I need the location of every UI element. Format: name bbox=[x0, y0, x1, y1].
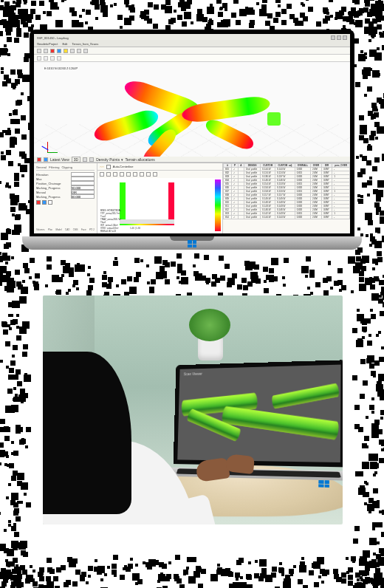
zoom-icon[interactable] bbox=[100, 172, 104, 177]
tab-plan[interactable]: Plan bbox=[48, 228, 52, 231]
data-grid-panel: #PADESIGNCUSTOMCUSTOM_adjOVERALLOVERDIRp… bbox=[223, 163, 350, 233]
tab-face[interactable]: Face bbox=[81, 228, 86, 231]
undo-icon[interactable] bbox=[70, 49, 75, 53]
col-header[interactable]: CUSTOM bbox=[261, 164, 275, 168]
prop-row: Marking_Progress bbox=[36, 194, 95, 199]
col-header[interactable]: OVER bbox=[311, 164, 322, 168]
col-header[interactable]: DIR bbox=[321, 164, 332, 168]
export-icon[interactable] bbox=[83, 49, 88, 53]
plant-leaves-back bbox=[189, 309, 230, 341]
fit-icon[interactable] bbox=[106, 172, 111, 177]
prop-label: Max bbox=[36, 177, 42, 181]
chip-row bbox=[36, 200, 95, 205]
col-header[interactable]: perc_OVER bbox=[332, 164, 350, 168]
redo-icon[interactable] bbox=[77, 49, 81, 53]
toolbar-secondary: Latest View 3D Density Points ▾ Terrain … bbox=[34, 157, 350, 163]
person bbox=[43, 352, 191, 524]
circle-icon[interactable] bbox=[120, 172, 124, 177]
props-tabs: General Filtering Clipping bbox=[36, 165, 95, 171]
col-header[interactable]: CUSTOM_adj bbox=[275, 164, 295, 168]
marker-icon[interactable] bbox=[44, 157, 48, 162]
view3d-icon[interactable] bbox=[57, 49, 61, 53]
data-grid[interactable]: #PADESIGNCUSTOMCUSTOM_adjOVERALLOVERDIRp… bbox=[223, 163, 350, 219]
lower-panels: General Filtering Clipping ElevationMaxP… bbox=[34, 163, 350, 233]
chip-red[interactable] bbox=[36, 200, 41, 205]
tunnel-floor bbox=[120, 219, 174, 224]
label-terrain[interactable]: Terrain allocations bbox=[126, 157, 155, 162]
tab-terrain[interactable]: Terrain_from_Scans bbox=[72, 42, 98, 46]
cell: 814 bbox=[224, 216, 232, 219]
prop-label: Elevation bbox=[36, 173, 48, 177]
grid-icon[interactable] bbox=[126, 172, 131, 177]
flag-icon[interactable] bbox=[37, 157, 41, 162]
tab-cms[interactable]: CMS bbox=[73, 228, 78, 231]
fit-icon[interactable] bbox=[57, 56, 61, 61]
windows-logo-icon bbox=[188, 240, 196, 247]
sel4-icon[interactable] bbox=[153, 172, 157, 177]
cell: 3.0M* bbox=[321, 216, 332, 219]
view-dropdown[interactable]: 3D bbox=[72, 157, 80, 163]
viewport-3d[interactable]: E:1010 N:10260 Z:1264P bbox=[34, 62, 350, 157]
laptop1-screen-bezel: SVF_001450 - Leapfrog GeodeticProject Ed… bbox=[30, 30, 354, 238]
col-header[interactable]: OVERALL bbox=[295, 164, 310, 168]
maximize-icon[interactable] bbox=[337, 35, 341, 40]
software-window: SVF_001450 - Leapfrog GeodeticProject Ed… bbox=[34, 34, 350, 233]
auto-centerline-label: Auto-Centerline bbox=[113, 165, 134, 168]
orbit-icon[interactable] bbox=[37, 56, 41, 61]
toolbar-view bbox=[34, 55, 350, 62]
cell: - bbox=[332, 216, 350, 219]
rect-icon[interactable] bbox=[113, 172, 117, 177]
prop-label: Position_Chainage bbox=[36, 182, 61, 185]
coords-readout: E:1010 N:10260 Z:1264P bbox=[44, 66, 78, 70]
record-icon[interactable] bbox=[50, 49, 55, 53]
sel1-icon[interactable] bbox=[133, 172, 137, 177]
toolbar-main bbox=[34, 47, 350, 55]
tab-clipping[interactable]: Clipping bbox=[61, 165, 72, 169]
tab-volumes[interactable]: Volumes bbox=[36, 228, 45, 231]
col-header[interactable]: A bbox=[238, 164, 244, 168]
close-icon[interactable] bbox=[343, 35, 347, 40]
expand-icon[interactable] bbox=[83, 157, 87, 162]
pan-icon[interactable] bbox=[44, 56, 48, 61]
tab-model[interactable]: Model bbox=[55, 228, 61, 231]
prop-label: Marking_Progress bbox=[36, 195, 60, 199]
app-title: SVF_001450 - Leapfrog bbox=[37, 36, 69, 40]
tunnel-head: ∩∩ Auto-Centerline bbox=[97, 163, 222, 171]
windows-logo-icon bbox=[318, 480, 329, 488]
laptop2-screen: Scan Viewer bbox=[174, 360, 343, 467]
sel2-icon[interactable] bbox=[140, 172, 144, 177]
prop-label: Manual bbox=[36, 191, 46, 194]
status-bottom-tabs: Volumes Plan Model CAD CMS Face PO 2 bbox=[36, 228, 95, 231]
sel3-icon[interactable] bbox=[146, 172, 151, 177]
minimize-icon[interactable] bbox=[331, 35, 335, 40]
tab-edit[interactable]: Edit bbox=[62, 42, 67, 46]
tab-filtering[interactable]: Filtering bbox=[49, 165, 59, 169]
col-header[interactable]: DESIGN bbox=[244, 164, 260, 168]
tab-cad[interactable]: CAD bbox=[65, 228, 69, 231]
save-icon[interactable] bbox=[44, 49, 48, 53]
laptop2-viewport: Scan Viewer bbox=[177, 365, 340, 462]
open-icon[interactable] bbox=[37, 49, 41, 53]
cell: Und_profile bbox=[244, 216, 260, 219]
collapse-icon[interactable] bbox=[89, 157, 94, 162]
measure-icon[interactable] bbox=[64, 49, 68, 53]
label-density[interactable]: Density Points ▾ bbox=[96, 157, 123, 162]
tab-project[interactable]: GeodeticProject bbox=[37, 42, 58, 46]
col-header[interactable]: # bbox=[224, 164, 232, 168]
cross-section-view[interactable]: RING: HORIZONTALTOT_area=285.7m²Tu=4TRAV… bbox=[97, 178, 222, 233]
stage: SVF_001450 - Leapfrog GeodeticProject Ed… bbox=[0, 0, 384, 588]
tunnel-tools bbox=[97, 171, 222, 178]
prop-input[interactable] bbox=[71, 194, 95, 199]
chip-blue[interactable] bbox=[42, 200, 47, 205]
chip-gray[interactable] bbox=[48, 200, 52, 205]
section-meta: RING: HORIZONTALTOT_area=285.7m²Tu=4TRAV… bbox=[100, 209, 121, 233]
tab-general[interactable]: General bbox=[36, 165, 47, 169]
laptop2-3d-model bbox=[180, 380, 337, 445]
col-header[interactable]: P bbox=[232, 164, 239, 168]
cell: ✓ bbox=[232, 216, 239, 219]
auto-centerline-checkbox[interactable] bbox=[106, 165, 111, 169]
zoom-icon[interactable] bbox=[50, 56, 55, 61]
axis-gizmo[interactable] bbox=[38, 134, 58, 154]
section-dimension: 5.46 | 5.36 bbox=[130, 227, 140, 230]
table-row[interactable]: 814✓Und_profile0.144.W0.144.W0.0002.6M3.… bbox=[224, 216, 350, 219]
